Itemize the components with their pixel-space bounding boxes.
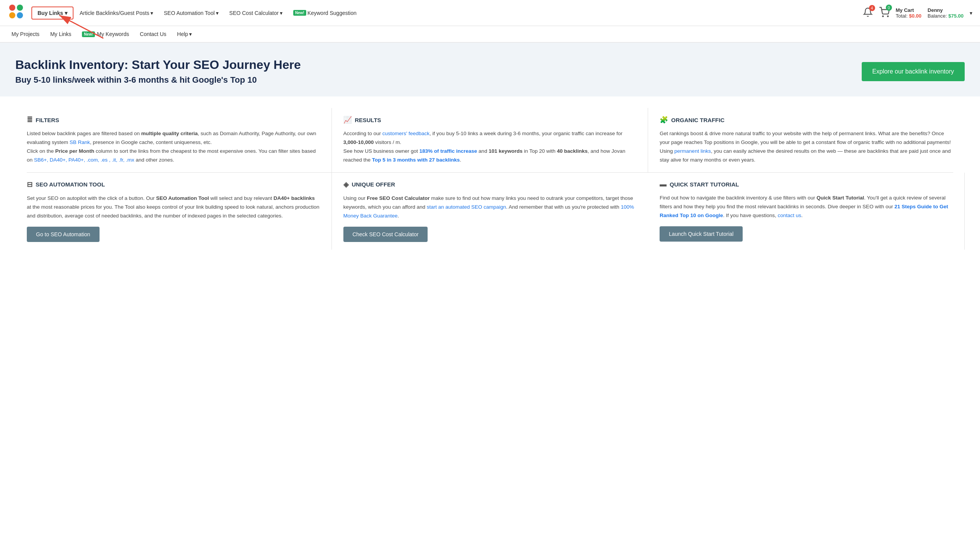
- organic-traffic-section: 🧩 ORGANIC TRAFFIC Get rankings boost & d…: [648, 108, 965, 172]
- buy-links-label: Buy Links: [38, 10, 63, 16]
- seo-cost-calc-label: SEO Cost Calculator: [229, 10, 279, 16]
- svg-point-1: [17, 5, 23, 11]
- cart-total-label: Total:: [896, 13, 908, 19]
- my-keywords-label: My Keywords: [97, 31, 129, 37]
- unique-offer-section: ◈ UNIQUE OFFER Using our Free SEO Cost C…: [332, 173, 648, 250]
- svg-point-3: [17, 12, 23, 18]
- cart-total: Total: $0.00: [896, 13, 921, 19]
- permanent-links-link[interactable]: permanent links: [675, 148, 711, 154]
- balance-label: Balance:: [928, 13, 947, 19]
- results-section: 📈 RESULTS According to our customers' fe…: [332, 108, 648, 172]
- my-links-link[interactable]: My Links: [46, 29, 75, 39]
- results-title: 📈 RESULTS: [343, 116, 637, 124]
- launch-tutorial-button[interactable]: Launch Quick Start Tutorial: [660, 226, 743, 242]
- unique-offer-title: ◈ UNIQUE OFFER: [343, 180, 637, 189]
- keyword-suggestion-label: Keyword Suggestion: [307, 10, 356, 16]
- top5-link[interactable]: Top 5 in 3 months with 27 backlinks: [372, 157, 460, 163]
- keyword-new-badge: New!: [293, 10, 306, 16]
- seo-automation-menu[interactable]: SEO Automation Tool ▾: [159, 7, 223, 19]
- hero-section: Backlink Inventory: Start Your SEO Journ…: [0, 43, 980, 96]
- hero-cta-label: Explore our backlink inventory: [872, 68, 954, 75]
- help-label: Help: [177, 31, 188, 37]
- seo-automation-title: ⊟ SEO AUTOMATION TOOL: [27, 180, 320, 189]
- content-grid: ≣ FILTERS Listed below backlink pages ar…: [0, 96, 980, 261]
- help-menu[interactable]: Help ▾: [173, 29, 196, 39]
- secondary-navigation: My Projects My Links New! My Keywords Co…: [0, 26, 980, 43]
- quick-start-section: ▬ QUICK START TUTORIAL Find out how to n…: [648, 173, 965, 250]
- article-backlinks-chevron-icon: ▾: [150, 10, 153, 16]
- user-dropdown-chevron-icon[interactable]: ▾: [970, 10, 972, 16]
- explore-inventory-button[interactable]: Explore our backlink inventory: [862, 62, 965, 81]
- unique-offer-body: Using our Free SEO Cost Calculator make …: [343, 194, 637, 221]
- check-seo-cost-button[interactable]: Check SEO Cost Calculator: [343, 227, 428, 242]
- my-projects-label: My Projects: [11, 31, 39, 37]
- quick-start-title: ▬ QUICK START TUTORIAL: [660, 180, 953, 188]
- article-backlinks-label: Article Backlinks/Guest Posts: [80, 10, 149, 16]
- contact-us-label: Contact Us: [140, 31, 166, 37]
- user-info: Denny Balance: $75.00: [928, 7, 964, 19]
- filters-icon: ≣: [27, 116, 33, 124]
- automated-seo-link[interactable]: start an automated SEO campaign: [427, 204, 506, 210]
- cart-info: My Cart Total: $0.00: [896, 7, 921, 19]
- buy-links-button[interactable]: Buy Links ▾: [31, 7, 74, 20]
- organic-traffic-body: Get rankings boost & drive more natural …: [660, 129, 953, 165]
- filters-title: ≣ FILTERS: [27, 116, 320, 124]
- filters-tags-link[interactable]: SB6+, DA40+, PA40+, .com, .es , .it, .fr…: [34, 157, 134, 163]
- nav-right-section: 4 0 My Cart Total: $0.00 Denny: [863, 7, 972, 19]
- cart-icon[interactable]: 0: [879, 7, 890, 19]
- my-keywords-new-badge: New!: [82, 31, 95, 37]
- my-links-label: My Links: [50, 31, 71, 37]
- seo-automation-chevron-icon: ▾: [216, 10, 219, 16]
- organic-traffic-icon: 🧩: [660, 116, 668, 124]
- seo-automation-btn-label: Go to SEO Automation: [36, 231, 90, 237]
- logo[interactable]: [8, 3, 26, 23]
- top-navigation: Buy Links ▾ Article Backlinks/Guest Post…: [0, 0, 980, 26]
- my-projects-link[interactable]: My Projects: [8, 29, 43, 39]
- my-keywords-link[interactable]: New! My Keywords: [78, 29, 133, 39]
- customers-feedback-link[interactable]: customers' feedback: [382, 131, 430, 136]
- filters-body: Listed below backlink pages are filtered…: [27, 129, 320, 165]
- results-icon: 📈: [343, 116, 352, 124]
- svg-point-2: [9, 12, 15, 18]
- seo-automation-section: ⊟ SEO AUTOMATION TOOL Set your SEO on au…: [15, 173, 332, 250]
- contact-us-quick-link[interactable]: contact us: [777, 213, 801, 218]
- user-balance: Balance: $75.00: [928, 13, 964, 19]
- hero-text: Backlink Inventory: Start Your SEO Journ…: [15, 58, 301, 85]
- username: Denny: [928, 7, 964, 13]
- quick-start-icon: ▬: [660, 180, 666, 188]
- seo-cost-calc-chevron-icon: ▾: [280, 10, 283, 16]
- hero-subtitle: Buy 5-10 links/week within 3-6 months & …: [15, 75, 301, 85]
- seo-automation-section-icon: ⊟: [27, 180, 33, 189]
- notification-count: 4: [869, 5, 875, 11]
- seo-automation-label: SEO Automation Tool: [164, 10, 215, 16]
- help-chevron-icon: ▾: [189, 31, 192, 37]
- balance-value: $75.00: [948, 13, 964, 19]
- check-seo-cost-label: Check SEO Cost Calculator: [353, 231, 419, 237]
- notification-bell[interactable]: 4: [863, 7, 873, 18]
- buy-links-chevron-icon: ▾: [65, 10, 67, 16]
- my-cart-label: My Cart: [896, 7, 921, 13]
- quick-start-body: Find out how to navigate the backlink in…: [660, 194, 953, 220]
- keyword-suggestion-menu[interactable]: New! Keyword Suggestion: [289, 7, 361, 19]
- traffic-increase-link[interactable]: 183% of traffic increase: [420, 148, 477, 154]
- svg-point-5: [887, 16, 888, 16]
- cart-count: 0: [886, 5, 892, 11]
- 21-steps-guide-link[interactable]: 21 Steps Guide to Get Ranked Top 10 on G…: [660, 204, 948, 218]
- sb-rank-link[interactable]: SB Rank: [70, 139, 90, 145]
- cart-total-value: $0.00: [909, 13, 921, 19]
- seo-cost-calculator-menu[interactable]: SEO Cost Calculator ▾: [225, 7, 287, 19]
- svg-point-4: [882, 16, 883, 16]
- hero-title: Backlink Inventory: Start Your SEO Journ…: [15, 58, 301, 72]
- organic-traffic-title: 🧩 ORGANIC TRAFFIC: [660, 116, 953, 124]
- article-backlinks-menu[interactable]: Article Backlinks/Guest Posts ▾: [75, 7, 158, 19]
- go-to-seo-automation-button[interactable]: Go to SEO Automation: [27, 227, 100, 242]
- contact-us-link[interactable]: Contact Us: [136, 29, 170, 39]
- results-body: According to our customers' feedback, if…: [343, 129, 637, 165]
- filters-section: ≣ FILTERS Listed below backlink pages ar…: [15, 108, 332, 172]
- launch-tutorial-label: Launch Quick Start Tutorial: [669, 231, 733, 237]
- seo-automation-body: Set your SEO on autopilot with the click…: [27, 194, 320, 221]
- svg-point-0: [9, 5, 15, 11]
- unique-offer-icon: ◈: [343, 180, 349, 189]
